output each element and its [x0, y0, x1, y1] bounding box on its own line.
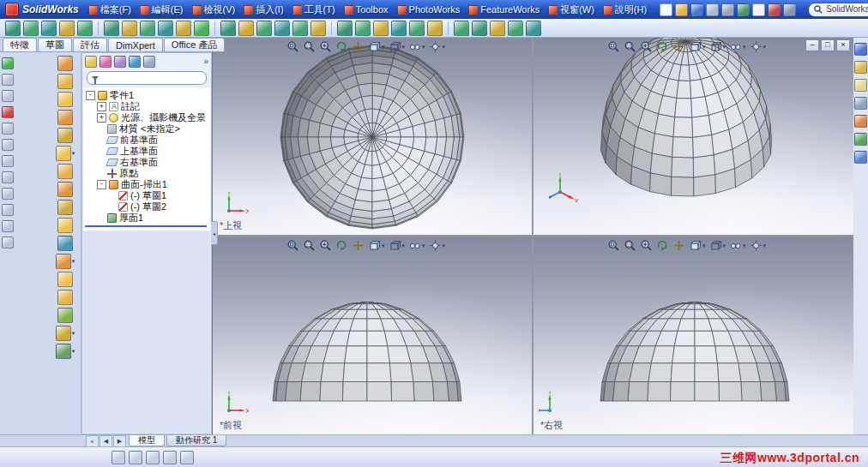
- scroll-next-button[interactable]: ▶: [113, 435, 126, 447]
- hide-show-items-icon[interactable]: ▾: [408, 239, 425, 252]
- rotate-view-icon[interactable]: [335, 40, 348, 53]
- extrude-tool[interactable]: [57, 56, 73, 71]
- viewport-front[interactable]: ▾▾▾▾XY*前視: [213, 236, 532, 434]
- extrude-cut-icon[interactable]: [409, 21, 425, 36]
- rib-tool[interactable]: [57, 200, 73, 215]
- hide-show-items-icon[interactable]: ▾: [408, 40, 425, 53]
- tree-item-part1[interactable]: -零件1: [83, 90, 210, 101]
- trim-icon[interactable]: [373, 21, 389, 36]
- rotate-view-icon[interactable]: [656, 239, 669, 252]
- standard-views-icon[interactable]: ▾: [689, 239, 706, 252]
- options-icon[interactable]: [220, 21, 236, 36]
- shell-tool[interactable]: [57, 182, 73, 197]
- menu-view[interactable]: 檢視(V): [188, 0, 240, 19]
- zoom-in-out-icon[interactable]: [640, 40, 653, 53]
- viewport-isometric[interactable]: ▾▾▾▾YXZ–□×: [533, 38, 853, 235]
- rotate-view-icon[interactable]: [335, 239, 348, 252]
- viewport-top[interactable]: ▾▾▾▾XY*上視: [213, 38, 532, 235]
- curve-tool[interactable]: ▾: [56, 344, 75, 359]
- chart-icon[interactable]: [2, 220, 14, 232]
- tab-evaluate[interactable]: 評估: [73, 38, 107, 51]
- tree-item-sketch2[interactable]: (-) 草圖2: [83, 201, 210, 213]
- revolve-tool[interactable]: [57, 74, 73, 89]
- sketch-icon[interactable]: [256, 21, 272, 36]
- pan-icon[interactable]: [672, 239, 685, 252]
- lofted-boss-icon[interactable]: [472, 21, 487, 36]
- doc-tab-model[interactable]: 模型: [129, 435, 165, 446]
- viewport-layout-icon[interactable]: [129, 451, 142, 464]
- rotate-view-icon[interactable]: [656, 40, 669, 53]
- cut-icon[interactable]: [140, 21, 155, 36]
- rebuild-icon[interactable]: [194, 21, 209, 36]
- options-icon[interactable]: [783, 3, 796, 16]
- reference-geometry-tool[interactable]: ▾: [56, 326, 75, 341]
- model-view-top[interactable]: [213, 38, 532, 235]
- play-icon[interactable]: [2, 57, 14, 69]
- propertymanager-icon[interactable]: [99, 56, 112, 68]
- mirror-tool[interactable]: [57, 272, 73, 287]
- rollback-bar[interactable]: [85, 225, 207, 227]
- file-explorer-icon[interactable]: [854, 79, 867, 92]
- search-box[interactable]: SolidWorks 搜尋 ▾: [808, 3, 868, 17]
- expander-plus-icon[interactable]: +: [97, 113, 106, 123]
- hide-show-items-icon[interactable]: ▾: [729, 40, 746, 53]
- fillet-tool[interactable]: ▾: [56, 146, 75, 161]
- menu-tools[interactable]: 工具(T): [288, 0, 340, 19]
- hide-show-items-icon[interactable]: ▾: [729, 239, 746, 252]
- zoom-in-out-icon[interactable]: [319, 40, 332, 53]
- close-button[interactable]: ×: [836, 39, 850, 51]
- rebuild-icon[interactable]: [768, 3, 781, 16]
- fillet-icon[interactable]: [490, 21, 505, 36]
- appearances-scenes-icon[interactable]: [854, 133, 867, 146]
- zoom-to-fit-icon[interactable]: [607, 239, 620, 252]
- scroll-first-button[interactable]: «: [86, 435, 99, 447]
- sweep-tool[interactable]: [57, 92, 73, 107]
- save-icon[interactable]: [41, 21, 57, 36]
- view-settings-icon[interactable]: ▾: [750, 239, 767, 252]
- grid-icon[interactable]: [2, 171, 14, 183]
- display-style-icon[interactable]: ▾: [709, 40, 726, 53]
- standard-views-icon[interactable]: ▾: [689, 40, 706, 53]
- panel-icon[interactable]: [2, 139, 14, 151]
- smart-dimension-icon[interactable]: [274, 21, 290, 36]
- tab-features[interactable]: 特徵: [3, 38, 37, 51]
- print-preview-icon[interactable]: [721, 3, 734, 16]
- zoom-to-fit-icon[interactable]: [607, 40, 620, 53]
- standard-views-icon[interactable]: ▾: [368, 239, 385, 252]
- scroll-prev-button[interactable]: ◀: [99, 435, 112, 447]
- dome-tool[interactable]: [57, 290, 73, 305]
- swept-boss-icon[interactable]: [454, 21, 469, 36]
- line-icon[interactable]: [292, 21, 308, 36]
- record-icon[interactable]: [2, 106, 14, 118]
- tree-item-right-plane[interactable]: 右基準面: [83, 157, 210, 168]
- menu-insert[interactable]: 插入(I): [239, 0, 287, 19]
- arc-icon[interactable]: [337, 21, 353, 36]
- spline-icon[interactable]: [355, 21, 371, 36]
- display-style-icon[interactable]: ▾: [389, 40, 406, 53]
- dimxpertmanager-icon[interactable]: [129, 56, 141, 68]
- extrude-boss-icon[interactable]: [391, 21, 407, 36]
- tab-sketch[interactable]: 草圖: [38, 38, 72, 51]
- featuremanager-design-tree-icon[interactable]: [85, 56, 97, 68]
- model-view-isometric[interactable]: [533, 38, 853, 235]
- display-style-icon[interactable]: ▾: [709, 239, 726, 252]
- save-icon[interactable]: [690, 3, 703, 16]
- panel-collapse-handle[interactable]: ◂: [211, 221, 218, 245]
- note-icon[interactable]: [2, 236, 14, 248]
- list-icon[interactable]: [2, 188, 14, 200]
- display-pane-icon[interactable]: [143, 56, 155, 68]
- boundary-tool[interactable]: [57, 128, 73, 143]
- print-icon[interactable]: [706, 3, 719, 16]
- menu-edit[interactable]: 編輯(E): [136, 0, 188, 19]
- pan-icon[interactable]: [672, 40, 685, 53]
- print-icon[interactable]: [59, 21, 75, 36]
- pan-icon[interactable]: [352, 239, 365, 252]
- open-icon[interactable]: [23, 21, 39, 36]
- select-pointer-icon[interactable]: [752, 3, 765, 16]
- circle-icon[interactable]: [310, 21, 326, 36]
- restore-button[interactable]: □: [821, 39, 835, 51]
- pattern-tool[interactable]: ▾: [56, 254, 75, 269]
- display-pane-icon[interactable]: [146, 451, 160, 464]
- loft-tool[interactable]: [57, 110, 73, 125]
- zoom-to-area-icon[interactable]: [624, 239, 636, 252]
